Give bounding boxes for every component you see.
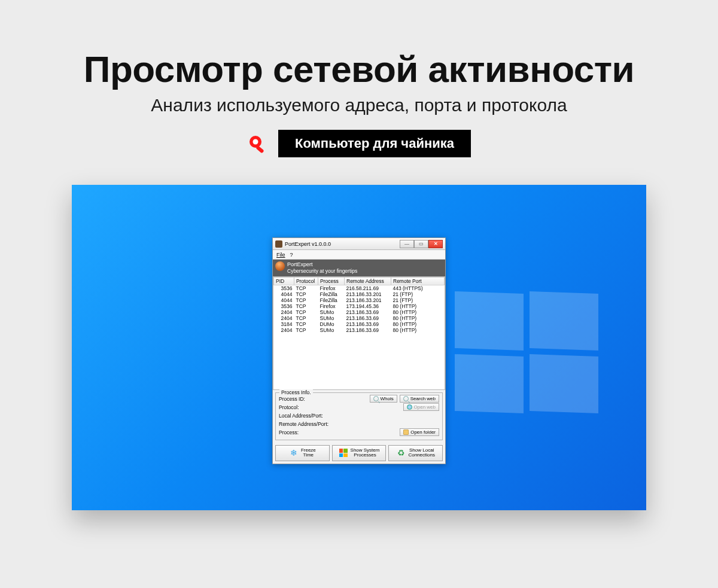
cell-protocol: TCP [294,291,318,297]
minimize-button[interactable]: — [400,240,414,248]
cell-addr: 213.186.33.69 [345,309,391,315]
table-row[interactable]: 2404TCPSUMo213.186.33.6980 (HTTP) [274,327,445,333]
banner-title: PortExpert [287,261,442,268]
table-header-row: PID Protocol Process Remote Address Remo… [274,277,445,285]
search-web-label: Search web [410,396,436,401]
app-icon [275,240,282,248]
cell-addr: 213.186.33.69 [345,315,391,321]
windows-flag-icon [339,448,348,458]
connections-table[interactable]: PID Protocol Process Remote Address Remo… [273,276,445,390]
freeze-label: Freeze Time [301,448,316,458]
cell-addr: 216.58.211.69 [345,285,391,291]
cell-pid: 4044 [274,291,294,297]
cell-protocol: TCP [294,327,318,333]
freeze-time-button[interactable]: ❄ Freeze Time [275,445,330,461]
cell-pid: 2404 [274,327,294,333]
app-window: PortExpert v1.0.0.0 — ▭ ✕ File ? PortExp… [272,237,446,464]
globe-icon [407,404,412,410]
cell-pid: 3536 [274,285,294,291]
maximize-button[interactable]: ▭ [414,240,428,248]
page-subhead: Анализ используемого адреса, порта и про… [151,95,567,115]
table-row[interactable]: 2404TCPSUMo213.186.33.6980 (HTTP) [274,309,445,315]
menu-help[interactable]: ? [290,252,293,258]
table-row[interactable]: 2404TCPSUMo213.186.33.6980 (HTTP) [274,315,445,321]
label-process: Process: [279,429,397,435]
cell-protocol: TCP [294,321,318,327]
cell-protocol: TCP [294,285,318,291]
window-title: PortExpert v1.0.0.0 [285,241,397,247]
cell-port: 80 (HTTP) [391,315,445,321]
search-icon [373,396,379,401]
col-protocol[interactable]: Protocol [294,277,318,285]
cell-port: 443 (HTTPS) [391,285,445,291]
cell-addr: 213.186.33.69 [345,327,391,333]
cell-process: Firefox [318,303,345,309]
process-info-legend: Process Info. [279,389,313,395]
open-web-button[interactable]: Open web [403,403,439,411]
table-row[interactable]: 4044TCPFileZilla213.186.33.20121 (FTP) [274,297,445,303]
brand-button[interactable]: Компьютер для чайника [278,130,471,157]
cell-pid: 2404 [274,315,294,321]
brand-logo-icon [247,133,267,154]
cell-protocol: TCP [294,303,318,309]
col-port[interactable]: Remote Port [391,277,445,285]
cell-process: FileZilla [318,291,345,297]
titlebar[interactable]: PortExpert v1.0.0.0 — ▭ ✕ [273,238,445,250]
bottom-buttons: ❄ Freeze Time Show System Processes ♻ Sh… [273,443,445,464]
cell-pid: 3536 [274,303,294,309]
cell-port: 80 (HTTP) [391,303,445,309]
whois-label: Whois [381,396,394,401]
cell-port: 80 (HTTP) [391,321,445,327]
search-icon [403,396,409,401]
menubar: File ? [273,250,445,260]
close-button[interactable]: ✕ [428,240,443,248]
search-web-button[interactable]: Search web [400,395,439,403]
open-web-label: Open web [414,404,436,410]
cell-addr: 173.194.45.36 [345,303,391,309]
label-local: Local Address/Port: [279,413,439,419]
windows-logo-icon [455,293,598,412]
banner-icon [275,261,285,271]
cell-addr: 213.186.33.69 [345,321,391,327]
cell-process: FileZilla [318,297,345,303]
process-info-panel: Process Info. Process ID: Whois Search w… [275,392,443,440]
menu-file[interactable]: File [276,252,285,258]
show-local-button[interactable]: ♻ Show Local Connections [388,445,443,461]
cell-process: Firefox [318,285,345,291]
snowflake-icon: ❄ [289,448,299,458]
table-row[interactable]: 3536TCPFirefox216.58.211.69443 (HTTPS) [274,285,445,291]
table-row[interactable]: 4044TCPFileZilla213.186.33.20121 (FTP) [274,291,445,297]
banner-tagline: Cybersecurity at your fingertips [287,268,442,274]
cell-process: DUMo [318,321,345,327]
table-row[interactable]: 3536TCPFirefox173.194.45.3680 (HTTP) [274,303,445,309]
cell-process: SUMo [318,327,345,333]
folder-icon [403,429,409,435]
col-process[interactable]: Process [318,277,345,285]
cell-process: SUMo [318,309,345,315]
table-row[interactable]: 3184TCPDUMo213.186.33.6980 (HTTP) [274,321,445,327]
cell-addr: 213.186.33.201 [345,291,391,297]
svg-rect-2 [255,145,264,154]
cell-port: 80 (HTTP) [391,327,445,333]
cell-process: SUMo [318,315,345,321]
desktop-screenshot: PortExpert v1.0.0.0 — ▭ ✕ File ? PortExp… [72,185,646,510]
whois-button[interactable]: Whois [370,395,397,403]
cell-port: 80 (HTTP) [391,309,445,315]
col-address[interactable]: Remote Address [345,277,391,285]
cell-port: 21 (FTP) [391,297,445,303]
show-system-label: Show System Processes [351,448,380,458]
col-pid[interactable]: PID [274,277,294,285]
show-local-label: Show Local Connections [408,448,434,458]
page-headline: Просмотр сетевой активности [84,48,634,90]
show-system-button[interactable]: Show System Processes [332,445,387,461]
brand-row: Компьютер для чайника [247,130,471,157]
label-remote: Remote Address/Port: [279,421,439,427]
open-folder-button[interactable]: Open folder [400,428,439,436]
recycle-icon: ♻ [396,448,406,458]
svg-point-1 [253,139,258,145]
cell-protocol: TCP [294,315,318,321]
label-protocol: Protocol: [279,404,401,410]
open-folder-label: Open folder [410,429,436,435]
label-process-id: Process ID: [279,396,367,402]
cell-addr: 213.186.33.201 [345,297,391,303]
